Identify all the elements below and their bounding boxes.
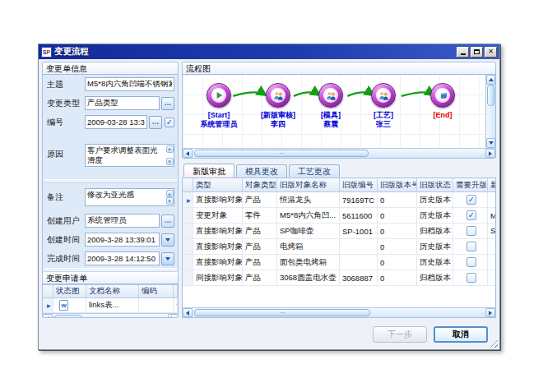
scrollbar-thumb[interactable] xyxy=(54,315,82,317)
table-row[interactable]: 直接影响对象产品 面包类电烤箱 0历史版本 xyxy=(183,255,495,270)
tab-craft-change[interactable]: 工艺更改 xyxy=(289,164,340,178)
upgrade-checkbox[interactable] xyxy=(466,242,476,251)
subject-label: 主题 xyxy=(47,79,85,90)
titlebar[interactable]: SP 变更流程 ✕ xyxy=(39,44,499,59)
col-old-ver[interactable]: 旧版版本号 xyxy=(378,178,417,192)
play-icon xyxy=(214,90,224,100)
change-request-section: 变更申请单 状态图 文档名称 编码 ▸ links表... 普通 xyxy=(43,272,178,317)
creator-browse-button[interactable]: … xyxy=(161,214,174,228)
scroll-down-icon[interactable]: ▼ xyxy=(166,158,174,165)
scroll-left-icon[interactable] xyxy=(183,149,193,158)
flow-node-craft[interactable] xyxy=(371,83,396,108)
cancel-button[interactable]: 取消 xyxy=(434,326,488,343)
subject-row: 主题 xyxy=(43,75,178,94)
footer: 下一步 取消 xyxy=(39,320,499,349)
table-row[interactable]: 直接影响对象产品 电烤箱 0历史版本 xyxy=(183,239,495,255)
col-old-status[interactable]: 旧版状态 xyxy=(417,178,453,192)
objects-table-hscrollbar[interactable] xyxy=(183,307,495,317)
scroll-left-icon[interactable] xyxy=(183,308,193,317)
flow-vscrollbar[interactable] xyxy=(485,75,495,148)
col-new-name[interactable]: 新版 xyxy=(488,178,496,192)
scrollbar-thumb[interactable] xyxy=(194,150,369,157)
flow-node-mold[interactable] xyxy=(318,83,343,108)
next-button[interactable]: 下一步 xyxy=(373,326,427,343)
scroll-up-icon[interactable] xyxy=(486,75,495,85)
change-type-row: 变更类型 … xyxy=(43,94,178,113)
flow-node-review[interactable] xyxy=(266,83,290,108)
creator-input[interactable] xyxy=(85,214,160,228)
tab-new-version-approval[interactable]: 新版审批 xyxy=(183,164,234,178)
col-code[interactable]: 编码 xyxy=(139,285,174,298)
flow-chart-canvas[interactable]: [Start]系统管理员 [新版审核]李四 [模具]蔡震 xyxy=(183,75,485,148)
scroll-right-icon[interactable] xyxy=(485,308,495,317)
table-row[interactable]: 间接影响对象产品 3068圆盖电水壶3068887 0归档版本 xyxy=(183,270,495,286)
scroll-down-icon[interactable]: ▼ xyxy=(166,197,174,205)
create-time-dropdown-button[interactable] xyxy=(161,233,174,247)
scroll-right-icon[interactable] xyxy=(168,314,178,317)
minimize-button[interactable] xyxy=(457,47,469,58)
remark-textarea[interactable]: 修改为亚光感 xyxy=(86,189,165,205)
change-type-browse-button[interactable]: … xyxy=(161,97,174,110)
reason-row: 原因 客户要求调整表面光滑度 ▲ ▼ xyxy=(43,131,178,179)
col-obj-type[interactable]: 对象类型 xyxy=(243,178,277,192)
flow-hscrollbar[interactable] xyxy=(183,148,495,158)
objects-table-header: 类型 对象类型 旧版对象名称 旧版编号 旧版版本号 旧版状态 需要升版 新版 xyxy=(183,178,495,192)
maximize-button[interactable] xyxy=(471,47,483,58)
scrollbar-thumb[interactable] xyxy=(194,309,370,316)
creator-label: 创建用户 xyxy=(47,215,85,227)
document-icon xyxy=(59,300,68,311)
table-row[interactable]: 变更对象零件 M5*8内六角凹...5611600 0历史版本 M5*8 xyxy=(183,208,495,224)
chevron-down-icon xyxy=(165,238,170,242)
number-checkbox[interactable] xyxy=(165,118,174,127)
row-selector-icon: ▸ xyxy=(43,298,53,313)
scroll-up-icon[interactable]: ▲ xyxy=(166,190,174,197)
request-table-hscrollbar[interactable] xyxy=(43,313,178,317)
tab-mold-change[interactable]: 模具更改 xyxy=(236,164,287,178)
doc-name-cell: links表... xyxy=(86,298,139,313)
reason-label: 原因 xyxy=(47,134,85,160)
change-order-info-header: 变更单信息 xyxy=(43,62,178,75)
upgrade-checkbox[interactable] xyxy=(466,226,476,236)
number-row: 编号 … xyxy=(43,113,178,131)
col-type[interactable]: 类型 xyxy=(193,178,243,192)
change-type-input[interactable] xyxy=(85,96,160,110)
col-status-icon[interactable]: 状态图 xyxy=(53,285,86,298)
table-row[interactable]: 直接影响对象产品 SP咖啡壶SP-1001 0归档版本 SP咖 xyxy=(183,224,495,239)
scroll-down-icon[interactable] xyxy=(486,138,495,148)
number-browse-button[interactable]: … xyxy=(149,116,162,129)
upgrade-checkbox[interactable] xyxy=(466,257,476,267)
people-icon xyxy=(273,91,284,100)
flow-node-end[interactable] xyxy=(430,83,455,108)
flow-node-start[interactable] xyxy=(207,83,231,108)
window-title: 变更流程 xyxy=(54,46,457,58)
finish-time-input[interactable] xyxy=(85,251,160,265)
col-old-name[interactable]: 旧版对象名称 xyxy=(277,178,340,192)
create-time-input[interactable] xyxy=(85,233,160,247)
create-time-label: 创建时间 xyxy=(47,234,85,246)
change-type-label: 变更类型 xyxy=(47,98,85,109)
number-input[interactable] xyxy=(85,115,147,129)
finish-time-row: 完成时间 xyxy=(43,249,178,268)
change-request-row[interactable]: ▸ links表... 普通 xyxy=(43,298,178,313)
scroll-left-icon[interactable] xyxy=(43,314,53,317)
upgrade-checkbox[interactable] xyxy=(466,273,476,283)
creator-row: 创建用户 … xyxy=(43,211,178,230)
table-row[interactable]: ▸ 直接影响对象产品 恒温龙头79169TC 0历史版本 xyxy=(183,192,495,208)
scroll-right-icon[interactable] xyxy=(485,149,495,158)
scrollbar-thumb[interactable] xyxy=(487,85,494,106)
col-upgrade[interactable]: 需要升版 xyxy=(453,178,488,192)
reason-textarea[interactable]: 客户要求调整表面光滑度 xyxy=(86,145,165,167)
upgrade-checkbox[interactable] xyxy=(466,195,476,205)
scroll-up-icon[interactable]: ▲ xyxy=(166,145,174,153)
col-old-no[interactable]: 旧版编号 xyxy=(340,178,378,192)
change-process-window: SP 变更流程 ✕ 变更单信息 主题 变更类型 … 编号 xyxy=(38,44,500,350)
maximize-icon xyxy=(474,49,480,54)
close-button[interactable]: ✕ xyxy=(485,47,497,58)
col-doc-name[interactable]: 文档名称 xyxy=(86,285,139,298)
upgrade-checkbox[interactable] xyxy=(466,210,476,220)
objects-table: 类型 对象类型 旧版对象名称 旧版编号 旧版版本号 旧版状态 需要升版 新版 ▸… xyxy=(182,178,496,318)
finish-time-dropdown-button[interactable] xyxy=(161,252,174,265)
change-request-header: 变更申请单 xyxy=(43,272,178,284)
flow-chart-header: 流程图 xyxy=(183,62,495,75)
subject-input[interactable] xyxy=(85,77,174,91)
